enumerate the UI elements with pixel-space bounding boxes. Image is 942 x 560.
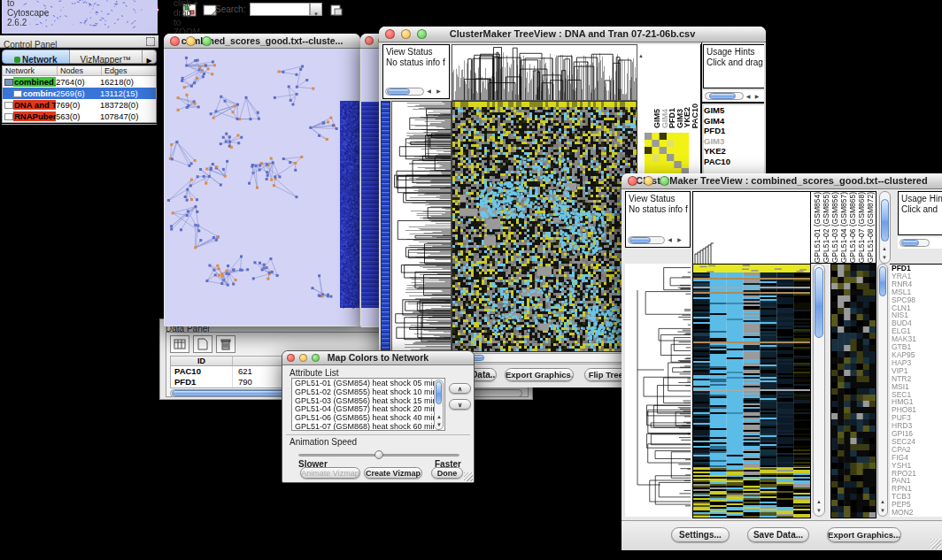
tv1-zoom-row-label: PFD1 xyxy=(704,126,764,136)
scroll-right-icon[interactable]: ▶ xyxy=(434,88,444,95)
network-list-empty-area xyxy=(2,124,157,125)
close-button[interactable] xyxy=(365,36,374,45)
tv1-export-graphics-button[interactable]: Export Graphics... xyxy=(505,368,574,381)
tv1-zoom-column-label: PFD1 xyxy=(668,108,676,128)
attribute-list-item[interactable]: GPL51-07 (GSM868) heat shock 60 min xyxy=(295,423,444,431)
map-colors-dialog: Map Colors to Network Attribute List GPL… xyxy=(282,350,475,483)
close-button[interactable] xyxy=(385,29,395,39)
tv1-hints-scrollbar[interactable] xyxy=(705,92,744,100)
slider-thumb[interactable] xyxy=(374,450,383,459)
tv2-button-bar: Settings... Save Data... Export Graphics… xyxy=(622,520,942,550)
attribute-list-vscrollbar[interactable]: ▲ ▼ xyxy=(434,380,444,430)
close-button[interactable] xyxy=(287,354,295,362)
scroll-up-icon[interactable]: ▲ xyxy=(882,245,887,252)
network-list-row[interactable]: RNAPuberNov2+563(0)107847(0) xyxy=(3,111,156,122)
tv2-column-dendrogram[interactable] xyxy=(692,191,811,265)
tv2-status-scrollbar[interactable] xyxy=(628,236,665,244)
attribute-batch-icon[interactable] xyxy=(328,2,345,18)
attribute-list-label: Attribute List xyxy=(290,368,339,378)
attribute-row-id: PFD1 xyxy=(171,377,233,387)
tv1-left-scroll-strip[interactable] xyxy=(381,101,390,350)
tv2-heatmap[interactable] xyxy=(692,264,811,518)
arrow-right-icon: ▶ xyxy=(146,57,151,65)
minimize-button[interactable] xyxy=(299,354,307,362)
network-nodes-count: 2764(0) xyxy=(56,77,100,87)
move-attribute-up-button[interactable]: ∧ xyxy=(449,383,471,394)
network-list-row[interactable]: combined_sco2569(6)13112(15) xyxy=(3,88,156,99)
tv2-row-dendrogram[interactable] xyxy=(625,264,691,517)
caret-down-icon: ∨ xyxy=(458,402,462,408)
search-input[interactable] xyxy=(250,3,310,16)
scroll-right-icon[interactable]: ▶ xyxy=(675,236,684,243)
zoom-button[interactable] xyxy=(202,36,212,46)
scroll-right-icon[interactable]: ▶ xyxy=(753,93,761,100)
scroll-up-icon[interactable]: ▲ xyxy=(880,498,885,505)
scroll-left-icon[interactable]: ◀ xyxy=(424,88,434,95)
tv1-view-status: View Status No status info f ◀▶ xyxy=(382,44,450,99)
scroll-up-icon[interactable]: ▲ xyxy=(816,498,822,505)
tv2-hints-scrollbar[interactable] xyxy=(900,239,930,247)
network-canvas[interactable] xyxy=(165,49,359,326)
tv1-zoom-submatrix[interactable] xyxy=(645,133,689,175)
minimize-button[interactable] xyxy=(401,29,411,39)
scroll-down-icon[interactable]: ▼ xyxy=(882,254,887,261)
delete-attribute-icon[interactable] xyxy=(216,335,236,353)
done-button[interactable]: Done xyxy=(431,467,463,479)
tv1-row-dendrogram[interactable] xyxy=(391,101,452,352)
tab-vizmapper[interactable]: VizMapper™ xyxy=(70,50,143,64)
tv2-collabel-vscrollbar[interactable]: ▲ ▼ xyxy=(879,191,891,264)
network-nodes-count: 769(0) xyxy=(56,100,100,110)
attribute-row-id: PAC10 xyxy=(171,366,233,377)
attribute-listbox[interactable]: GPL51-01 (GSM854) heat shock 05 minGPL51… xyxy=(291,378,445,431)
scroll-down-icon[interactable]: ▼ xyxy=(816,507,822,514)
tab-overflow-button[interactable]: ▶ xyxy=(143,50,157,64)
minimize-button[interactable] xyxy=(644,176,653,186)
tv2-zoom-vscrollbar[interactable]: ▲ ▼ xyxy=(877,264,888,517)
tv2-usage-hints: Usage Hints Click and xyxy=(898,191,942,235)
scroll-left-icon[interactable]: ◀ xyxy=(744,93,753,100)
zoom-button[interactable] xyxy=(312,354,320,362)
scroll-up-icon[interactable]: ▲ xyxy=(436,413,442,420)
treeview2-title: ClusterMaker TreeView : combined_scores_… xyxy=(636,175,927,186)
tv1-zoom-scroll-arrow[interactable]: ▲ xyxy=(638,45,644,61)
tv1-heatmap[interactable] xyxy=(452,101,637,352)
network-name: combined_sco xyxy=(22,88,56,98)
network-list-row[interactable]: combined_scores2764(0)16218(0) xyxy=(3,76,156,88)
animation-speed-slider[interactable] xyxy=(298,450,459,459)
tv2-save-data-button[interactable]: Save Data... xyxy=(747,527,809,542)
tv1-usage-hints: Usage Hints Click and drag to xyxy=(703,44,764,88)
resize-grip[interactable] xyxy=(464,472,473,481)
create-vizmap-button[interactable]: Create Vizmap xyxy=(364,467,422,479)
zoom-button[interactable] xyxy=(417,29,427,39)
close-button[interactable] xyxy=(170,36,180,46)
network-list-row[interactable]: DNA and Tran 07769(0)183728(0) xyxy=(3,99,156,111)
resize-grip[interactable] xyxy=(930,539,941,549)
move-attribute-down-button[interactable]: ∨ xyxy=(449,399,471,410)
network-nodes-count: 2569(6) xyxy=(56,88,100,98)
tv2-heatmap-vscrollbar[interactable]: ▲ ▼ xyxy=(813,264,825,517)
dense-network-block xyxy=(361,102,381,308)
tab-network[interactable]: Network xyxy=(2,50,70,64)
treeview-combined-window: ClusterMaker TreeView : combined_scores_… xyxy=(622,173,942,550)
tv1-zoom-row-label: YKE2 xyxy=(704,146,764,157)
animate-vizmap-button[interactable]: Animate Vizmap xyxy=(300,467,360,479)
minimize-button[interactable] xyxy=(186,36,196,46)
float-panel-icon[interactable] xyxy=(146,37,155,46)
attribute-select-icon[interactable] xyxy=(170,335,189,353)
network-name: DNA and Tran 07 xyxy=(13,100,56,110)
network-name: RNAPuberNov2+ xyxy=(13,111,56,121)
tv1-column-dendrogram[interactable] xyxy=(452,44,637,101)
id-column-header[interactable]: ID xyxy=(171,357,233,365)
search-dropdown-button[interactable]: ▼ xyxy=(310,3,322,16)
new-attribute-icon[interactable] xyxy=(193,335,212,353)
network-table-header: Network Nodes Edges xyxy=(2,65,157,76)
scroll-down-icon[interactable]: ▼ xyxy=(436,421,442,428)
tv2-settings-button[interactable]: Settings... xyxy=(671,527,730,542)
tv1-status-scrollbar[interactable] xyxy=(385,88,424,96)
tv2-zoom-heatmap[interactable] xyxy=(830,264,876,518)
close-button[interactable] xyxy=(628,176,637,186)
scroll-left-icon[interactable]: ◀ xyxy=(665,236,675,243)
zoom-button[interactable] xyxy=(660,176,669,186)
tv2-export-graphics-button[interactable]: Export Graphics... xyxy=(827,527,901,542)
scroll-down-icon[interactable]: ▼ xyxy=(880,507,885,514)
